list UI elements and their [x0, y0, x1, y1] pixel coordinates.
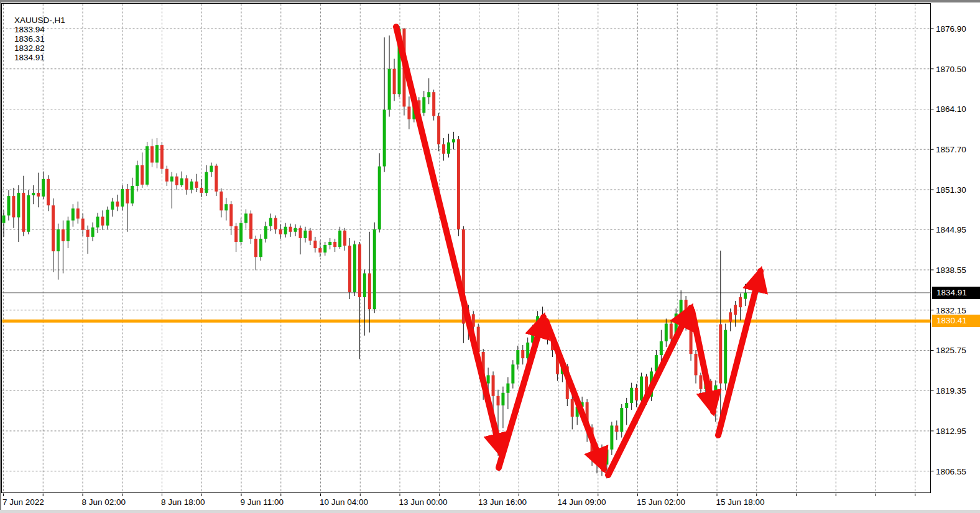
bear-candle-body — [368, 274, 371, 310]
bear-candle-body — [497, 396, 500, 405]
candle — [373, 223, 376, 313]
candlestick-chart-plot[interactable] — [0, 0, 980, 513]
bear-candle-body — [615, 425, 618, 432]
plot-border — [2, 4, 931, 493]
bull-candle-body — [506, 384, 509, 393]
bull-candle-body — [111, 201, 114, 210]
price-axis-label: 1838.55 — [936, 265, 966, 274]
bear-candle-body — [308, 231, 312, 241]
bull-candle-body — [487, 375, 490, 383]
bull-candle-body — [17, 193, 20, 217]
time-axis-label: 13 Jun 00:00 — [399, 497, 448, 507]
window-bottom-edge — [0, 510, 980, 513]
price-axis-label: 1832.15 — [936, 305, 966, 315]
bull-candle-body — [259, 239, 262, 257]
bear-candle-body — [81, 219, 85, 230]
price-axis-label: 1812.95 — [936, 426, 966, 435]
bear-candle-body — [437, 116, 440, 145]
bear-candle-body — [343, 231, 346, 246]
time-axis-label: 14 Jun 09:00 — [558, 497, 606, 507]
time-axis-label: 8 Jun 18:00 — [161, 497, 205, 507]
candle — [457, 136, 460, 236]
bull-candle-body — [155, 145, 159, 162]
bull-candle-body — [2, 215, 6, 223]
bear-candle-body — [37, 193, 40, 196]
bear-candle-body — [200, 188, 203, 193]
price-axis-label: 1864.10 — [936, 104, 966, 114]
symbol-period-label: XAUUSD-,H1 — [14, 16, 65, 25]
bear-candle-body — [220, 192, 223, 210]
bull-candle-body — [264, 226, 267, 239]
window-left-edge — [0, 0, 1, 513]
bear-candle-body — [12, 196, 15, 217]
candle — [432, 90, 435, 121]
bear-candle-body — [739, 297, 742, 307]
bull-candle-body — [106, 210, 109, 225]
bear-candle-body — [76, 208, 80, 218]
bull-candle-body — [323, 245, 326, 252]
bear-candle-body — [318, 248, 321, 252]
bull-candle-body — [714, 386, 717, 393]
bear-candle-body — [126, 189, 129, 203]
mt4-chart-window: XAUUSD-,H1 1833.94 1836.31 1832.82 1834.… — [0, 0, 980, 513]
bull-candle-body — [660, 341, 663, 355]
bear-candle-body — [492, 375, 495, 395]
time-axis-label: 15 Jun 18:00 — [716, 497, 765, 507]
bear-candle-body — [195, 182, 198, 188]
bull-candle-body — [136, 165, 139, 186]
bull-candle-body — [294, 228, 297, 232]
bull-candle-body — [383, 110, 386, 167]
bull-candle-body — [27, 195, 30, 232]
price-axis-label: 1806.55 — [936, 466, 966, 476]
bull-candle-body — [190, 182, 193, 190]
bull-candle-body — [744, 293, 747, 299]
bull-candle-body — [605, 450, 608, 464]
bull-candle-body — [422, 97, 425, 113]
bull-candle-body — [96, 216, 99, 227]
bull-candle-body — [620, 408, 623, 432]
bear-candle-body — [150, 146, 154, 162]
bear-candle-body — [393, 69, 396, 94]
price-axis-label: 1857.70 — [936, 145, 966, 154]
bull-candle-body — [121, 189, 124, 206]
bear-candle-body — [407, 106, 410, 119]
ohlc-high: 1836.31 — [14, 34, 45, 44]
bear-candle-body — [729, 312, 732, 321]
bull-candle-body — [42, 179, 45, 196]
candle — [353, 241, 356, 296]
ohlc-low: 1832.82 — [14, 44, 45, 53]
bear-candle-body — [47, 179, 50, 205]
bull-candle-body — [146, 146, 149, 185]
bear-candle-body — [116, 201, 119, 206]
candle — [348, 238, 351, 299]
current-price-badge: 1834.91 — [932, 287, 980, 299]
bear-candle-body — [521, 350, 524, 358]
bear-candle-body — [635, 388, 638, 400]
bear-candle-body — [175, 177, 178, 185]
bear-candle-body — [62, 229, 65, 241]
bear-candle-body — [333, 242, 336, 247]
candle — [27, 190, 30, 234]
bear-candle-body — [274, 218, 277, 229]
bull-candle-body — [610, 425, 613, 449]
bull-candle-body — [180, 178, 183, 185]
candle — [724, 323, 727, 390]
chart-header: XAUUSD-,H1 1833.94 1836.31 1832.82 1834.… — [5, 6, 71, 72]
ohlc-open: 1833.94 — [14, 25, 45, 34]
bull-candle-body — [640, 376, 643, 400]
bull-candle-body — [205, 172, 208, 193]
bear-candle-body — [279, 229, 282, 234]
bear-candle-body — [165, 169, 169, 182]
bull-candle-body — [224, 204, 228, 210]
bull-candle-body — [388, 69, 391, 110]
bull-candle-body — [630, 388, 633, 403]
bull-candle-body — [680, 300, 683, 313]
time-axis-label: 8 Jun 02:00 — [82, 497, 126, 507]
bear-candle-body — [571, 399, 574, 417]
time-axis-label: 7 Jun 2022 — [2, 497, 44, 507]
time-axis-label: 15 Jun 02:00 — [637, 497, 685, 507]
candle — [146, 142, 149, 187]
bear-candle-body — [358, 244, 361, 297]
bull-candle-body — [131, 186, 134, 203]
bear-candle-body — [719, 324, 722, 383]
